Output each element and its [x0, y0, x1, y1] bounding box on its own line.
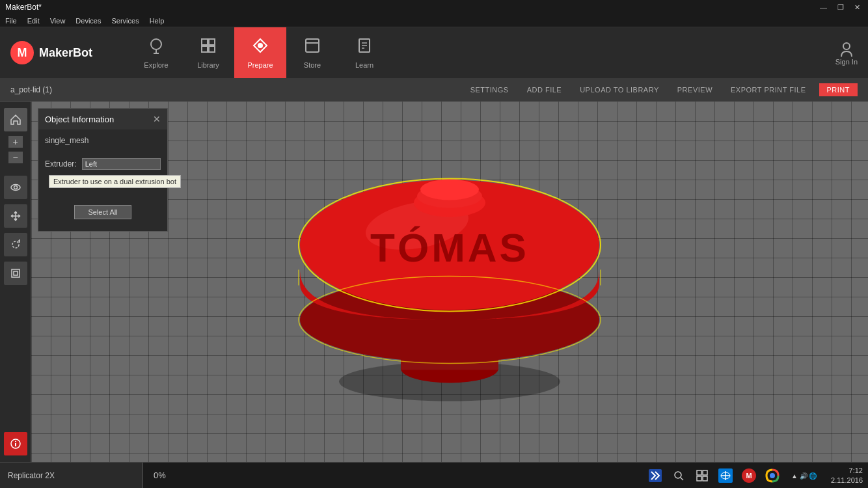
window-controls: — ❐ ✕ — [817, 3, 863, 12]
add-file-button[interactable]: ADD FILE — [522, 83, 567, 96]
system-tray: ▲ 🔊 🌐 — [787, 471, 826, 480]
printer-info: Replicator 2X — [0, 463, 143, 489]
svg-point-31 — [675, 472, 681, 478]
logo-icon: M — [10, 41, 34, 64]
svg-rect-33 — [703, 470, 707, 475]
svg-point-11 — [14, 186, 17, 189]
printer-name: Replicator 2X — [8, 471, 55, 480]
signin-label: Sign In — [835, 58, 858, 66]
rotate-button[interactable] — [4, 233, 27, 256]
svg-text:▲ 🔊 🌐: ▲ 🔊 🌐 — [791, 472, 817, 480]
signin-button[interactable]: Sign In — [835, 40, 868, 66]
menu-view[interactable]: View — [50, 17, 66, 25]
clock-date: 2.11.2016 — [831, 476, 863, 485]
extruder-select[interactable]: Left Right — [82, 158, 161, 170]
panel-close-button[interactable]: ✕ — [153, 114, 161, 124]
svg-rect-32 — [697, 470, 701, 475]
nav-store[interactable]: Store — [286, 27, 338, 78]
progress-value: 0% — [154, 470, 166, 480]
library-icon — [199, 36, 217, 59]
prepare-icon — [251, 36, 269, 59]
svg-rect-1 — [202, 39, 208, 45]
projectbar-actions: SETTINGS ADD FILE UPLOAD TO LIBRARY PREV… — [465, 83, 858, 96]
system-clock: 7:12 2.11.2016 — [831, 466, 863, 485]
print-button[interactable]: PRINT — [819, 83, 858, 96]
projectbar: a_pot-lid (1) SETTINGS ADD FILE UPLOAD T… — [0, 78, 868, 102]
svg-point-16 — [15, 441, 16, 442]
svg-rect-4 — [209, 46, 215, 52]
logo-area: M MakerBot — [0, 27, 130, 78]
nav-explore[interactable]: Explore — [130, 27, 182, 78]
svg-point-0 — [151, 39, 161, 49]
viewport[interactable]: TÓMAS Object Information ✕ single_mesh E… — [31, 102, 868, 462]
svg-rect-14 — [14, 271, 18, 275]
menu-devices[interactable]: Devices — [75, 17, 101, 25]
object-information-panel: Object Information ✕ single_mesh Extrude… — [38, 108, 168, 232]
svg-rect-34 — [697, 476, 701, 481]
svg-point-26 — [420, 180, 479, 200]
menu-help[interactable]: Help — [150, 17, 165, 25]
nav-prepare-label: Prepare — [247, 61, 273, 69]
svg-point-6 — [258, 43, 263, 48]
logo-text: MakerBot — [39, 46, 92, 60]
preview-button[interactable]: PREVIEW — [672, 83, 718, 96]
menu-file[interactable]: File — [5, 17, 17, 25]
clock-time: 7:12 — [831, 466, 863, 475]
nav-library[interactable]: Library — [182, 27, 234, 78]
svg-rect-2 — [209, 39, 215, 45]
app-title: MakerBot* — [5, 3, 42, 12]
makerbot-taskbar-button[interactable]: M — [740, 467, 758, 485]
nav-explore-label: Explore — [144, 61, 168, 69]
mesh-name: single_mesh — [45, 136, 161, 145]
learn-icon — [355, 36, 373, 59]
nav-library-label: Library — [197, 61, 219, 69]
chrome-taskbar-button[interactable] — [763, 467, 781, 485]
menu-edit[interactable]: Edit — [27, 17, 40, 25]
svg-point-12 — [12, 241, 19, 248]
move-button[interactable] — [4, 204, 27, 228]
start-button[interactable] — [646, 467, 664, 485]
store-icon — [303, 36, 321, 59]
zoom-in-button[interactable]: + — [8, 136, 23, 148]
svg-rect-35 — [703, 476, 707, 481]
titlebar: MakerBot* — ❐ ✕ — [0, 0, 868, 14]
progress-info: 0% — [143, 470, 176, 480]
info-button[interactable] — [4, 432, 27, 455]
panel-header: Object Information ✕ — [38, 109, 167, 129]
bottombar: Replicator 2X 0% M ▲ 🔊 🌐 7:12 2. — [0, 462, 868, 488]
svg-rect-7 — [306, 39, 319, 52]
extruder-row: Extruder: Left Right — [45, 158, 161, 170]
settings-button[interactable]: SETTINGS — [465, 83, 514, 96]
select-all-button[interactable]: Select All — [74, 205, 131, 219]
nav-prepare[interactable]: Prepare — [234, 27, 286, 78]
minimize-button[interactable]: — — [817, 3, 830, 12]
export-print-button[interactable]: EXPORT PRINT FILE — [726, 83, 811, 96]
zoom-out-button[interactable]: − — [8, 152, 23, 163]
maximize-button[interactable]: ❐ — [835, 3, 847, 12]
menubar: File Edit View Devices Services Help — [0, 14, 868, 27]
home-button[interactable] — [4, 108, 27, 131]
extruder-tooltip: Extruder to use on a dual extrusion bot — [49, 175, 181, 188]
panel-title: Object Information — [45, 115, 114, 124]
menu-services[interactable]: Services — [111, 17, 139, 25]
nav-store-label: Store — [304, 61, 321, 69]
eye-button[interactable] — [4, 176, 27, 199]
taskview-button[interactable] — [693, 467, 711, 485]
svg-rect-13 — [12, 269, 20, 277]
svg-point-39 — [770, 473, 775, 478]
leftsidebar: + − — [0, 102, 31, 462]
panel-body: single_mesh Extruder: Left Right Extrude… — [38, 129, 167, 231]
nav-learn-label: Learn — [355, 61, 373, 69]
svg-text:TÓMAS: TÓMAS — [370, 225, 529, 270]
scale-button[interactable] — [4, 262, 27, 285]
close-button[interactable]: ✕ — [852, 3, 863, 12]
search-taskbar-button[interactable] — [670, 467, 688, 485]
extruder-label: Extruder: — [45, 159, 77, 169]
taskbar: M ▲ 🔊 🌐 7:12 2.11.2016 — [641, 463, 868, 489]
svg-rect-3 — [202, 46, 208, 52]
nav-learn[interactable]: Learn — [338, 27, 390, 78]
svg-point-9 — [843, 43, 850, 49]
upload-library-button[interactable]: UPLOAD TO LIBRARY — [575, 83, 664, 96]
main-area: + − — [0, 102, 868, 462]
browser-taskbar-button[interactable] — [716, 467, 735, 485]
